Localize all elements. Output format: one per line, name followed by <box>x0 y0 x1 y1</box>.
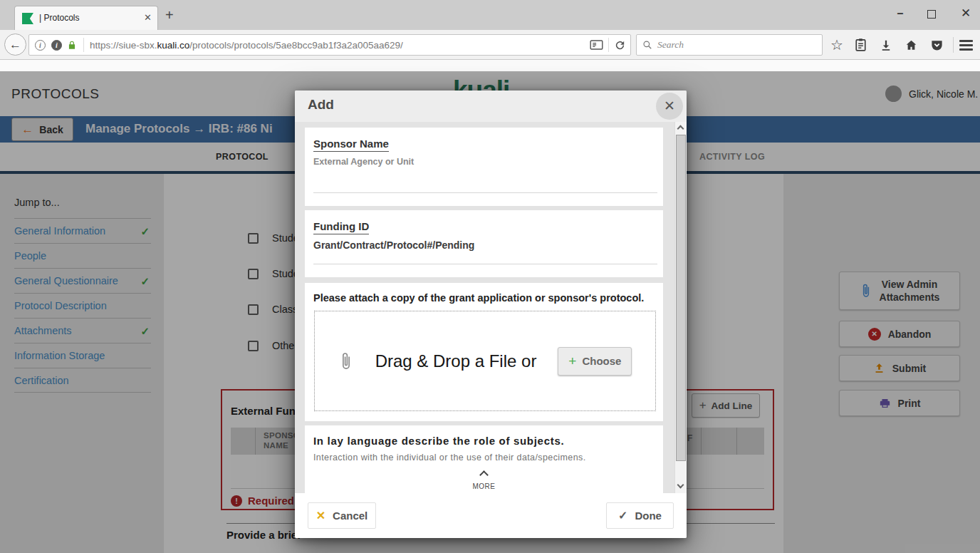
done-check-icon: ✓ <box>618 509 627 522</box>
url-text[interactable]: https://siue-sbx.kuali.co/protocols/prot… <box>90 40 403 51</box>
downloads-icon[interactable] <box>878 36 894 53</box>
search-icon <box>642 40 652 50</box>
sponsor-name-field: Sponsor Name External Agency or Unit <box>305 128 663 206</box>
sponsor-name-hint: External Agency or Unit <box>313 157 663 167</box>
window-maximize-button[interactable] <box>927 10 936 19</box>
browser-toolbar: ← i i https://siue-sbx.kuali.co/protocol… <box>0 30 980 60</box>
choose-file-button[interactable]: + Choose <box>558 347 632 376</box>
https-lock-icon[interactable] <box>67 40 77 51</box>
tab-close-icon[interactable]: ✕ <box>144 6 152 29</box>
url-separator <box>83 38 84 52</box>
reload-icon[interactable] <box>614 39 626 51</box>
scroll-down-icon[interactable] <box>677 482 684 489</box>
urlbar-separator <box>608 38 609 52</box>
new-tab-button[interactable]: + <box>165 3 174 27</box>
add-dialog-footer: ✕ Cancel ✓ Done <box>295 493 687 538</box>
funding-id-label: Funding ID <box>313 220 369 234</box>
add-dialog: Add ✕ Sponsor Name External Agency or Un… <box>295 91 687 538</box>
dropzone-text: Drag & Drop a File or <box>375 351 537 371</box>
url-domain: kuali.co <box>157 40 190 51</box>
bookmarks-clipboard-icon[interactable] <box>853 36 868 53</box>
paperclip-icon <box>338 350 354 373</box>
dialog-title: Add <box>308 97 334 113</box>
browser-tab-protocols[interactable]: | Protocols ✕ <box>14 6 158 30</box>
page-info-icon[interactable]: i <box>35 40 46 51</box>
page-top-strip <box>0 60 980 71</box>
home-icon[interactable] <box>903 36 919 53</box>
lay-language-hint: Interaction with the individual or the u… <box>313 453 663 462</box>
browser-titlebar: | Protocols ✕ + – ✕ <box>0 0 980 30</box>
scrollbar-thumb[interactable] <box>676 135 686 461</box>
url-prefix: https://siue-sbx. <box>90 40 157 51</box>
chevron-up-icon <box>479 470 489 480</box>
dialog-scrollbar[interactable] <box>674 122 687 493</box>
lay-language-field: In lay language describe the role of sub… <box>305 425 663 493</box>
cancel-x-icon: ✕ <box>316 509 325 522</box>
screen: | Protocols ✕ + – ✕ ← i i https://siue-s… <box>0 0 980 553</box>
search-placeholder: Search <box>657 39 684 51</box>
permissions-info-icon[interactable]: i <box>51 40 62 51</box>
url-bar[interactable]: i i https://siue-sbx.kuali.co/protocols/… <box>28 34 631 56</box>
window-close-button[interactable]: ✕ <box>957 0 974 30</box>
file-dropzone[interactable]: Drag & Drop a File or + Choose <box>314 311 656 411</box>
tab-title: | Protocols <box>39 6 79 29</box>
toolbar-separator <box>953 37 954 53</box>
kuali-favicon-icon <box>22 13 33 24</box>
scroll-up-icon[interactable] <box>677 125 684 133</box>
bookmark-star-icon[interactable]: ☆ <box>829 36 845 53</box>
sponsor-name-label: Sponsor Name <box>313 138 389 152</box>
pocket-icon[interactable] <box>929 36 944 53</box>
dialog-close-button[interactable]: ✕ <box>656 93 683 120</box>
more-label: MORE <box>305 482 663 490</box>
more-expander[interactable]: MORE <box>305 468 663 490</box>
menu-icon[interactable] <box>959 40 973 53</box>
cancel-button[interactable]: ✕ Cancel <box>308 502 376 529</box>
lay-language-label: In lay language describe the role of sub… <box>313 435 663 447</box>
reader-mode-icon[interactable] <box>590 39 603 51</box>
browser-back-button[interactable]: ← <box>4 33 26 56</box>
funding-id-field: Funding ID Grant/Contract/Protocol#/Pend… <box>305 210 663 277</box>
sponsor-name-input[interactable] <box>313 192 657 193</box>
add-dialog-body: Sponsor Name External Agency or Unit Fun… <box>295 122 687 493</box>
window-minimize-button[interactable]: – <box>892 0 909 30</box>
attachment-field: Please attach a copy of the grant applic… <box>305 283 663 421</box>
funding-id-input[interactable] <box>313 264 657 264</box>
funding-id-hint: Grant/Contract/Protocol#/Pending <box>313 239 663 251</box>
plus-icon: + <box>568 353 576 369</box>
search-bar[interactable]: Search <box>636 34 823 56</box>
attachment-label: Please attach a copy of the grant applic… <box>313 292 663 304</box>
url-path: /protocols/protocols/5ae8bcc9ab1f3a2a005… <box>189 40 402 51</box>
done-button[interactable]: ✓ Done <box>606 502 674 529</box>
add-dialog-header: Add ✕ <box>295 91 687 122</box>
